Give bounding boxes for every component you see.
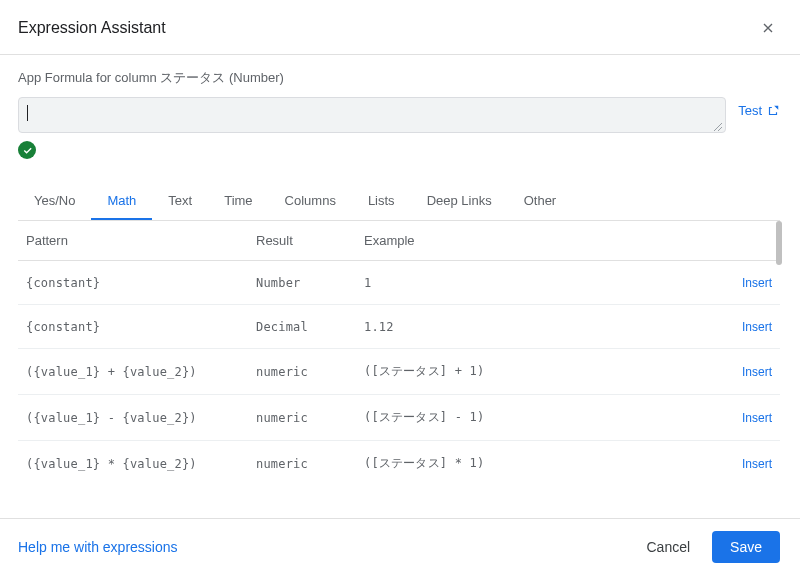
expression-assistant-dialog: Expression Assistant App Formula for col…	[0, 0, 800, 577]
table-row: ({value_1} + {value_2})numeric([ステータス] +…	[18, 349, 780, 395]
category-tabs: Yes/NoMathTextTimeColumnsListsDeep Links…	[18, 183, 780, 221]
formula-section: App Formula for column ステータス (Number) Te…	[0, 55, 800, 165]
footer-actions: Cancel Save	[632, 531, 780, 563]
cell-example: ([ステータス] + 1)	[364, 363, 712, 380]
table-row: ({value_1} * {value_2})numeric([ステータス] *…	[18, 441, 780, 485]
insert-link[interactable]: Insert	[742, 411, 772, 425]
cell-pattern: {constant}	[26, 320, 256, 334]
tab-yesno[interactable]: Yes/No	[18, 183, 91, 220]
cell-result: Decimal	[256, 320, 364, 334]
close-button[interactable]	[756, 16, 780, 40]
text-cursor	[27, 105, 28, 121]
help-link[interactable]: Help me with expressions	[18, 539, 178, 555]
formula-row: Test	[18, 97, 780, 133]
insert-link[interactable]: Insert	[742, 365, 772, 379]
insert-link[interactable]: Insert	[742, 457, 772, 471]
save-button[interactable]: Save	[712, 531, 780, 563]
cell-result: numeric	[256, 411, 364, 425]
tab-other[interactable]: Other	[508, 183, 573, 220]
valid-indicator	[18, 141, 36, 159]
cell-example: ([ステータス] - 1)	[364, 409, 712, 426]
cell-pattern: {constant}	[26, 276, 256, 290]
col-header-action	[712, 233, 772, 248]
cancel-button[interactable]: Cancel	[632, 531, 704, 563]
scrollbar-thumb[interactable]	[776, 221, 782, 265]
tab-time[interactable]: Time	[208, 183, 268, 220]
cell-result: Number	[256, 276, 364, 290]
tab-text[interactable]: Text	[152, 183, 208, 220]
tab-deeplinks[interactable]: Deep Links	[411, 183, 508, 220]
open-external-icon	[766, 104, 780, 118]
close-icon	[760, 20, 776, 36]
dialog-title: Expression Assistant	[18, 19, 166, 37]
col-header-result: Result	[256, 233, 364, 248]
test-label: Test	[738, 103, 762, 118]
cell-example: ([ステータス] * 1)	[364, 455, 712, 472]
cell-example: 1.12	[364, 320, 712, 334]
insert-link[interactable]: Insert	[742, 276, 772, 290]
table-row: ({value_1} - {value_2})numeric([ステータス] -…	[18, 395, 780, 441]
test-button[interactable]: Test	[738, 97, 780, 118]
tab-math[interactable]: Math	[91, 183, 152, 220]
cell-pattern: ({value_1} * {value_2})	[26, 457, 256, 471]
table-row: {constant}Number1Insert	[18, 261, 780, 305]
patterns-table: Pattern Result Example {constant}Number1…	[18, 221, 780, 485]
dialog-footer: Help me with expressions Cancel Save	[0, 518, 800, 577]
cell-example: 1	[364, 276, 712, 290]
insert-link[interactable]: Insert	[742, 320, 772, 334]
cell-result: numeric	[256, 457, 364, 471]
formula-input[interactable]	[18, 97, 726, 133]
cell-pattern: ({value_1} + {value_2})	[26, 365, 256, 379]
table-row: {constant}Decimal1.12Insert	[18, 305, 780, 349]
table-header: Pattern Result Example	[18, 221, 780, 261]
tab-lists[interactable]: Lists	[352, 183, 411, 220]
formula-label: App Formula for column ステータス (Number)	[18, 69, 780, 87]
cell-pattern: ({value_1} - {value_2})	[26, 411, 256, 425]
table-body[interactable]: {constant}Number1Insert{constant}Decimal…	[18, 261, 780, 485]
resize-handle[interactable]	[713, 120, 723, 130]
dialog-header: Expression Assistant	[0, 0, 800, 54]
cell-result: numeric	[256, 365, 364, 379]
col-header-pattern: Pattern	[26, 233, 256, 248]
col-header-example: Example	[364, 233, 712, 248]
tab-columns[interactable]: Columns	[269, 183, 352, 220]
resize-icon	[713, 122, 723, 132]
check-icon	[22, 145, 33, 156]
validation-status	[18, 133, 780, 165]
